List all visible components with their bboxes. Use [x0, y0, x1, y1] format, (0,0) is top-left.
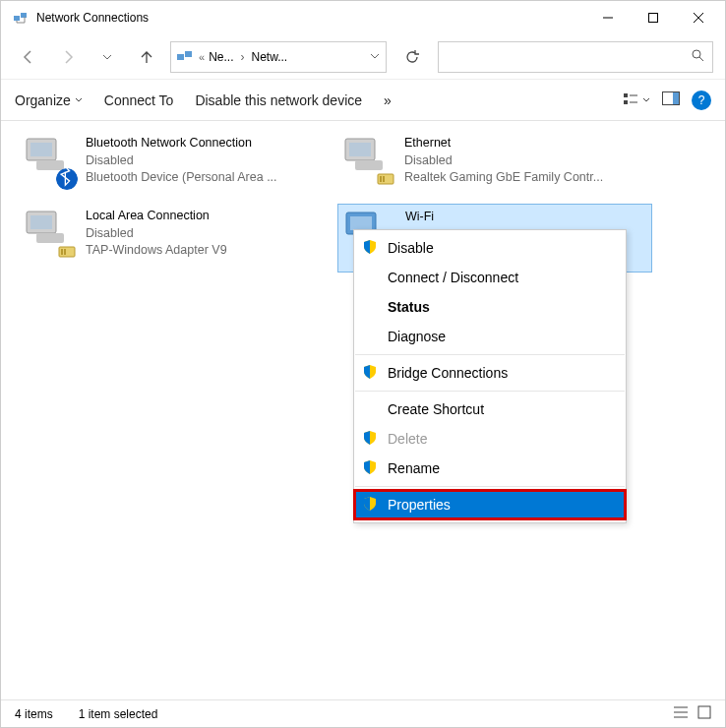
adapter-device: TAP-Windows Adapter V9 — [86, 242, 227, 260]
svg-rect-15 — [673, 92, 679, 104]
breadcrumb-dropdown[interactable] — [370, 50, 380, 64]
svg-rect-18 — [36, 160, 64, 170]
svg-rect-6 — [177, 54, 184, 60]
shield-icon — [362, 239, 378, 258]
cm-bridge[interactable]: Bridge Connections — [354, 358, 626, 388]
cm-disable[interactable]: Disable — [354, 233, 626, 263]
chevron-right-icon: › — [237, 50, 247, 64]
svg-rect-1 — [21, 13, 27, 18]
adapter-status: Disabled — [86, 225, 227, 243]
chevron-down-icon — [75, 96, 83, 104]
adapter-ethernet[interactable]: Ethernet Disabled Realtek Gaming GbE Fam… — [337, 131, 652, 200]
cm-status[interactable]: Status — [354, 292, 626, 322]
breadcrumb-chevron: « — [199, 51, 205, 63]
window-title: Network Connections — [36, 11, 149, 25]
menu-separator — [355, 354, 625, 355]
refresh-button[interactable] — [394, 41, 430, 73]
cm-delete: Delete — [354, 424, 626, 454]
navbar: « Ne... › Netw... — [1, 34, 725, 80]
organize-menu[interactable]: Organize — [15, 92, 83, 108]
toolbar: Organize Connect To Disable this network… — [1, 80, 725, 121]
item-count: 4 items — [15, 707, 53, 721]
search-input[interactable] — [438, 41, 713, 73]
cm-rename[interactable]: Rename — [354, 454, 626, 483]
svg-rect-38 — [698, 706, 710, 718]
app-icon — [13, 10, 29, 26]
breadcrumb-seg1[interactable]: Ne... — [209, 50, 233, 64]
titlebar: Network Connections — [1, 1, 725, 34]
cm-create-shortcut[interactable]: Create Shortcut — [354, 394, 626, 424]
minimize-button[interactable] — [585, 3, 631, 32]
svg-line-9 — [699, 57, 703, 61]
large-icons-view-button[interactable] — [697, 705, 711, 722]
svg-rect-21 — [349, 143, 371, 156]
network-adapter-icon — [23, 208, 76, 261]
adapter-device: Bluetooth Device (Personal Area ... — [86, 169, 277, 187]
adapter-name: Bluetooth Network Connection — [86, 135, 277, 152]
svg-rect-0 — [14, 16, 20, 21]
shield-icon — [362, 496, 378, 515]
breadcrumb-seg2[interactable]: Netw... — [251, 50, 287, 64]
svg-rect-25 — [383, 176, 385, 182]
chevron-down-icon — [642, 96, 650, 104]
svg-rect-3 — [649, 14, 658, 23]
adapter-name: Wi-Fi — [405, 209, 434, 226]
svg-point-8 — [693, 50, 700, 58]
menu-separator — [355, 391, 625, 392]
preview-pane-button[interactable] — [662, 91, 680, 108]
breadcrumb-icon — [177, 50, 195, 64]
svg-rect-31 — [64, 249, 66, 255]
shield-icon — [362, 459, 378, 478]
svg-rect-22 — [355, 160, 383, 170]
cm-properties[interactable]: Properties — [354, 490, 626, 519]
close-button[interactable] — [676, 3, 721, 32]
help-button[interactable]: ? — [692, 91, 711, 110]
view-options-button[interactable] — [623, 92, 650, 108]
up-button[interactable] — [131, 41, 162, 73]
svg-rect-28 — [36, 233, 64, 243]
menu-separator — [355, 486, 625, 487]
content-area: Bluetooth Network Connection Disabled Bl… — [1, 121, 725, 699]
search-icon — [691, 48, 704, 66]
cm-connect-disconnect[interactable]: Connect / Disconnect — [354, 263, 626, 292]
disable-device-button[interactable]: Disable this network device — [195, 92, 362, 108]
bluetooth-icon — [56, 168, 78, 190]
svg-rect-11 — [624, 100, 628, 104]
adapter-status: Disabled — [86, 152, 277, 170]
adapter-local-area[interactable]: Local Area Connection Disabled TAP-Windo… — [19, 204, 333, 273]
toolbar-overflow[interactable]: » — [384, 92, 392, 108]
organize-label: Organize — [15, 92, 71, 108]
adapter-device: Realtek Gaming GbE Family Contr... — [404, 169, 603, 187]
svg-rect-17 — [30, 143, 52, 156]
adapter-status: Disabled — [404, 152, 603, 170]
shield-icon — [362, 364, 378, 383]
selection-count: 1 item selected — [79, 707, 158, 721]
connect-to-button[interactable]: Connect To — [104, 92, 174, 108]
back-button[interactable] — [13, 41, 44, 73]
svg-rect-30 — [61, 249, 63, 255]
svg-rect-24 — [380, 176, 382, 182]
cm-diagnose[interactable]: Diagnose — [354, 322, 626, 351]
svg-rect-10 — [624, 93, 628, 97]
network-adapter-icon — [341, 135, 394, 188]
adapter-name: Ethernet — [404, 135, 603, 152]
forward-button[interactable] — [52, 41, 84, 73]
shield-icon — [362, 430, 378, 449]
adapter-bluetooth[interactable]: Bluetooth Network Connection Disabled Bl… — [19, 131, 333, 200]
breadcrumb[interactable]: « Ne... › Netw... — [170, 41, 387, 73]
recent-dropdown[interactable] — [91, 41, 123, 73]
details-view-button[interactable] — [674, 705, 688, 722]
svg-rect-33 — [350, 216, 372, 230]
ethernet-plug-icon — [375, 168, 396, 190]
ethernet-plug-icon — [56, 241, 78, 263]
svg-rect-7 — [185, 51, 192, 57]
svg-rect-27 — [30, 215, 52, 229]
maximize-button[interactable] — [631, 3, 676, 32]
adapter-name: Local Area Connection — [86, 208, 227, 225]
statusbar: 4 items 1 item selected — [1, 699, 725, 727]
context-menu: Disable Connect / Disconnect Status Diag… — [353, 229, 627, 523]
network-adapter-icon — [23, 135, 76, 188]
